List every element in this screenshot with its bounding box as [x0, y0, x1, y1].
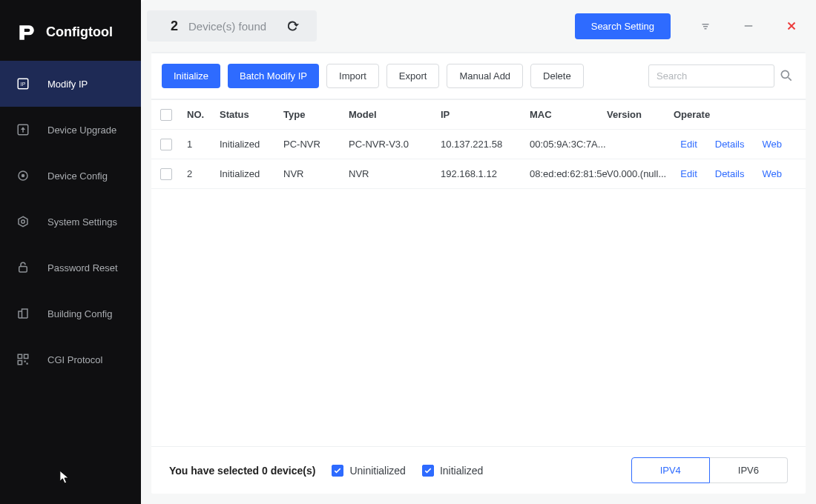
- svg-rect-8: [24, 354, 28, 358]
- close-icon[interactable]: [783, 18, 800, 34]
- cell-no: 2: [187, 168, 220, 179]
- delete-button[interactable]: Delete: [530, 64, 584, 88]
- sidebar-item-device-config[interactable]: Device Config: [0, 153, 141, 199]
- details-link[interactable]: Details: [715, 168, 745, 179]
- uninitialized-label: Uninitialized: [349, 465, 405, 477]
- ip-square-icon: IP: [16, 77, 30, 90]
- col-header-status: Status: [220, 109, 283, 120]
- footer: You have selected 0 device(s) Uninitiali…: [151, 446, 806, 494]
- select-all-checkbox[interactable]: [160, 109, 172, 121]
- cell-status: Initialized: [220, 139, 283, 150]
- brand: Configtool: [0, 0, 141, 61]
- table-header-row: NO. Status Type Model IP MAC Version Ope…: [151, 100, 806, 130]
- cell-model: NVR: [349, 168, 441, 179]
- selected-text: You have selected 0 device(s): [169, 465, 315, 477]
- svg-rect-9: [18, 361, 22, 365]
- svg-point-4: [22, 174, 25, 178]
- cell-status: Initialized: [220, 168, 283, 179]
- svg-rect-7: [18, 354, 22, 358]
- col-header-model: Model: [349, 109, 441, 120]
- sidebar-item-device-upgrade[interactable]: Device Upgrade: [0, 107, 141, 153]
- cell-version: V0.000.(null...: [607, 168, 674, 179]
- uninitialized-checkbox[interactable]: [332, 465, 343, 477]
- filter-uninitialized[interactable]: Uninitialized: [332, 465, 405, 477]
- sidebar-item-label: Password Reset: [47, 262, 118, 273]
- topbar: 2 Device(s) found Search Setting: [141, 0, 816, 52]
- sidebar-item-label: Device Config: [47, 170, 108, 182]
- sidebar-item-cgi-protocol[interactable]: CGI Protocol: [0, 336, 141, 382]
- search-wrap: [648, 64, 795, 87]
- search-setting-button[interactable]: Search Setting: [575, 13, 671, 39]
- collapse-icon[interactable]: [697, 18, 714, 34]
- sidebar-item-label: Modify IP: [47, 79, 88, 90]
- edit-link[interactable]: Edit: [680, 168, 697, 179]
- ip-version-toggle: IPV4 IPV6: [631, 457, 788, 483]
- export-button[interactable]: Export: [386, 64, 440, 88]
- ipv4-button[interactable]: IPV4: [631, 457, 710, 483]
- table-row: 2 Initialized NVR NVR 192.168.1.12 08:ed…: [151, 159, 806, 189]
- import-button[interactable]: Import: [326, 64, 379, 88]
- cell-mac: 08:ed:ed:62:81:5e: [530, 168, 607, 179]
- batch-modify-ip-button[interactable]: Batch Modify IP: [228, 64, 319, 88]
- sidebar-item-system-settings[interactable]: System Settings: [0, 199, 141, 245]
- sidebar-item-label: Building Config: [47, 308, 112, 319]
- device-table: NO. Status Type Model IP MAC Version Ope…: [151, 100, 806, 446]
- svg-rect-10: [24, 361, 26, 362]
- brand-logo-icon: [16, 22, 36, 42]
- search-input[interactable]: [648, 64, 774, 87]
- refresh-icon[interactable]: [284, 18, 300, 34]
- devices-found-label: Device(s) found: [188, 20, 266, 33]
- web-link[interactable]: Web: [763, 168, 783, 179]
- sidebar-item-label: Device Upgrade: [47, 125, 116, 136]
- minimize-icon[interactable]: [740, 18, 757, 34]
- manual-add-button[interactable]: Manual Add: [447, 64, 523, 88]
- svg-rect-11: [27, 363, 28, 365]
- cell-no: 1: [187, 139, 220, 150]
- sidebar: Configtool IP Modify IP Device Upgrade D…: [0, 0, 141, 504]
- details-link[interactable]: Details: [715, 139, 745, 150]
- sidebar-item-building-config[interactable]: Building Config: [0, 291, 141, 336]
- sidebar-item-password-reset[interactable]: Password Reset: [0, 245, 141, 291]
- col-header-ip: IP: [441, 109, 530, 120]
- selected-suffix: device(s): [271, 465, 316, 477]
- row-checkbox[interactable]: [160, 168, 172, 180]
- gear-hex-icon: [16, 215, 30, 228]
- cell-mac: 00:05:9A:3C:7A...: [530, 139, 607, 150]
- devices-found-chip: 2 Device(s) found: [147, 10, 317, 42]
- svg-text:IP: IP: [21, 82, 26, 87]
- col-header-mac: MAC: [530, 109, 607, 120]
- edit-link[interactable]: Edit: [680, 139, 697, 150]
- web-link[interactable]: Web: [763, 139, 783, 150]
- col-header-type: Type: [283, 109, 349, 120]
- sidebar-nav: IP Modify IP Device Upgrade Device Confi…: [0, 61, 141, 382]
- target-icon: [16, 169, 30, 182]
- brand-title: Configtool: [46, 24, 113, 40]
- cell-model: PC-NVR-V3.0: [349, 139, 441, 150]
- content-panel: Initialize Batch Modify IP Import Export…: [151, 52, 806, 494]
- cell-type: PC-NVR: [283, 139, 349, 150]
- col-header-no: NO.: [187, 109, 220, 120]
- search-icon[interactable]: [779, 68, 795, 84]
- initialized-checkbox[interactable]: [422, 465, 434, 477]
- filter-initialized[interactable]: Initialized: [422, 465, 483, 477]
- qr-icon: [16, 353, 30, 366]
- selected-prefix: You have selected: [169, 465, 259, 477]
- row-checkbox[interactable]: [160, 139, 172, 150]
- building-icon: [16, 307, 30, 320]
- cell-ip: 192.168.1.12: [441, 168, 530, 179]
- cell-ip: 10.137.221.58: [441, 139, 530, 150]
- table-row: 1 Initialized PC-NVR PC-NVR-V3.0 10.137.…: [151, 130, 806, 159]
- lock-icon: [16, 261, 30, 274]
- col-header-operate: Operate: [674, 109, 797, 120]
- svg-rect-6: [19, 267, 27, 273]
- sidebar-item-label: System Settings: [47, 216, 117, 228]
- sidebar-item-modify-ip[interactable]: IP Modify IP: [0, 61, 141, 107]
- col-header-version: Version: [607, 109, 674, 120]
- cell-type: NVR: [283, 168, 349, 179]
- toolbar: Initialize Batch Modify IP Import Export…: [151, 53, 806, 100]
- initialize-button[interactable]: Initialize: [162, 64, 220, 88]
- sidebar-item-label: CGI Protocol: [47, 354, 102, 365]
- ipv6-button[interactable]: IPV6: [710, 457, 788, 483]
- initialized-label: Initialized: [440, 465, 483, 477]
- selected-count: 0: [262, 465, 268, 477]
